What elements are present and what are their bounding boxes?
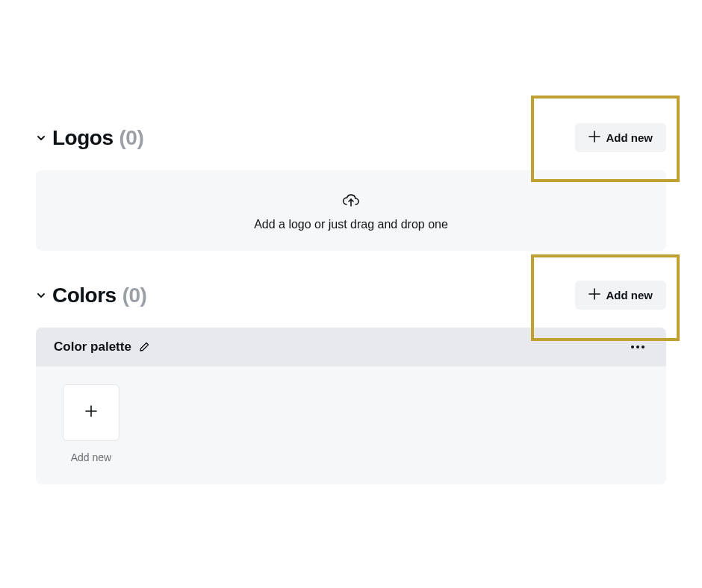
logos-section: Logos (0) Add new	[36, 123, 666, 251]
color-palette-header: Color palette	[36, 328, 666, 366]
add-color-swatch-label: Add new	[71, 451, 111, 463]
logos-title: Logos	[52, 126, 114, 150]
colors-add-new-button[interactable]: Add new	[575, 281, 667, 310]
pencil-icon[interactable]	[139, 342, 149, 352]
logos-add-new-button[interactable]: Add new	[575, 123, 667, 152]
colors-header: Colors (0) Add new	[36, 281, 666, 310]
cloud-upload-icon	[342, 193, 360, 212]
logos-header: Logos (0) Add new	[36, 123, 666, 152]
svg-point-6	[636, 345, 639, 348]
chevron-down-icon[interactable]	[36, 133, 46, 143]
add-color-swatch-button[interactable]	[63, 384, 119, 441]
palette-title-group: Color palette	[54, 340, 149, 354]
svg-point-5	[631, 345, 634, 348]
colors-title: Colors	[52, 284, 117, 307]
logos-add-new-label: Add new	[606, 131, 653, 144]
colors-section: Colors (0) Add new Color palette	[36, 281, 666, 484]
plus-icon	[588, 288, 600, 302]
logos-dropzone[interactable]: Add a logo or just drag and drop one	[36, 170, 666, 251]
plus-icon	[84, 404, 98, 421]
logos-dropzone-text: Add a logo or just drag and drop one	[254, 218, 448, 231]
chevron-down-icon[interactable]	[36, 290, 46, 301]
logos-count: (0)	[119, 126, 144, 150]
svg-point-7	[642, 345, 644, 348]
colors-count: (0)	[122, 284, 147, 307]
palette-body: Add new	[36, 366, 666, 484]
color-palette-panel: Color palette	[36, 328, 666, 484]
colors-title-group: Colors (0)	[36, 284, 146, 307]
plus-icon	[588, 131, 600, 145]
logos-title-group: Logos (0)	[36, 126, 143, 150]
more-horizontal-icon[interactable]	[627, 342, 648, 352]
palette-title: Color palette	[54, 340, 131, 354]
add-color-swatch-group: Add new	[63, 384, 119, 463]
colors-add-new-label: Add new	[606, 289, 653, 301]
